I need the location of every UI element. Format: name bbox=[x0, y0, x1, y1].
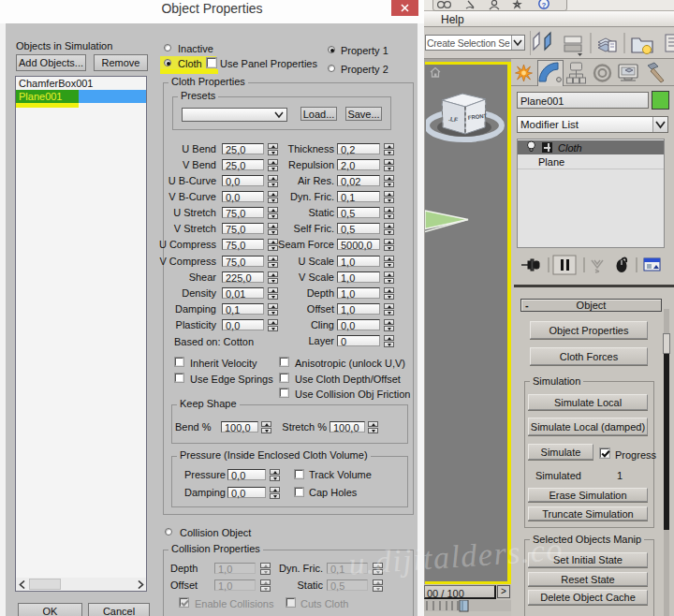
svg-text:.LF: .LF bbox=[448, 115, 459, 123]
svg-text:?: ? bbox=[542, 1, 547, 9]
